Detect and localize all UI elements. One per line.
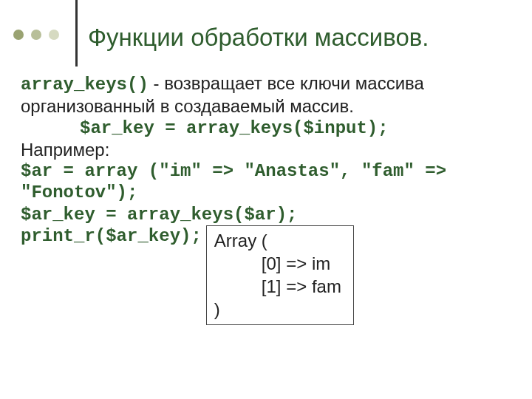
decorative-bullets bbox=[0, 0, 69, 40]
output-line: [0] => im bbox=[214, 252, 346, 275]
slide-body: array_keys() - возвращает все ключи масс… bbox=[0, 66, 532, 325]
code-line: $ar_key = array_keys($ar); bbox=[21, 204, 513, 225]
bullet-icon bbox=[31, 30, 41, 40]
bullet-icon bbox=[49, 30, 59, 40]
code-fragment: array_keys() bbox=[21, 75, 149, 95]
example-label: Например: bbox=[21, 139, 513, 160]
code-line: $ar = array ("im" => "Anastas", "fam" =>… bbox=[21, 160, 513, 204]
description-line: array_keys() - возвращает все ключи масс… bbox=[21, 72, 513, 117]
vertical-divider bbox=[75, 0, 78, 66]
code-line: print_r($ar_key); bbox=[21, 225, 202, 247]
code-line: $ar_key = array_keys($input); bbox=[21, 117, 513, 139]
slide: Функции обработки массивов. array_keys()… bbox=[0, 0, 532, 399]
slide-title: Функции обработки массивов. bbox=[88, 0, 429, 52]
slide-header: Функции обработки массивов. bbox=[0, 0, 532, 66]
bullet-icon bbox=[13, 30, 24, 40]
output-row: print_r($ar_key); Array ( [0] => im [1] … bbox=[21, 225, 513, 325]
output-line: ) bbox=[214, 298, 346, 321]
output-line: Array ( bbox=[214, 229, 346, 252]
output-box: Array ( [0] => im [1] => fam ) bbox=[206, 225, 354, 325]
output-line: [1] => fam bbox=[214, 275, 346, 298]
